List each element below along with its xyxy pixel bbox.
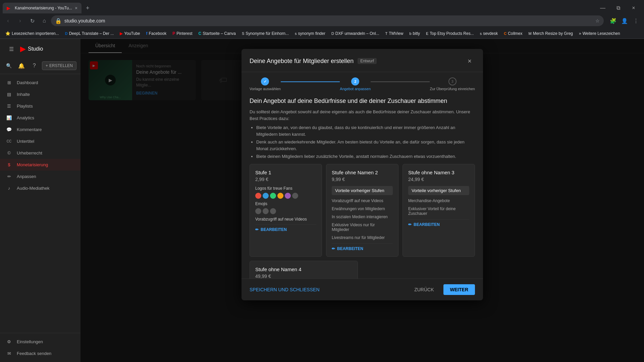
tier-card-3: Stufe ohne Namen 3 24,99 € Vorteile vorh… [402,164,475,257]
sidebar-label-monetarisierung: Monetarisierung [17,162,48,167]
yt-studio-logo[interactable]: ▶ Studio [20,45,43,53]
sidebar-label-anpassen: Anpassen [17,174,36,179]
address-input[interactable] [64,18,593,23]
bookmark-canva[interactable]: C Startseite – Canva [196,31,238,37]
settings-menu-button[interactable]: ⋮ [631,15,641,26]
bullet-2: Denk auch an wiederkehrende Mitglieder. … [256,139,475,152]
tier-2-edit-button[interactable]: ✏ BEARBEITEN [332,243,393,251]
sidebar-item-inhalte[interactable]: ▤ Inhalte [0,88,80,100]
sidebar-item-anpassen[interactable]: ✏ Anpassen [0,171,80,182]
footer-right-buttons: ZURÜCK WEITER [409,284,475,295]
tab-close-button[interactable]: × [75,5,77,11]
kommentare-icon: 💬 [5,127,13,132]
settings-icon: ⚙ [5,339,13,344]
create-icon: + [46,63,48,68]
bookmark-collmex[interactable]: C Collmex [501,31,525,37]
sidebar-item-analytics[interactable]: 📊 Analytics [0,112,80,124]
tier-3-edit-label: BEARBEITEN [414,222,440,227]
new-tab-button[interactable]: + [83,3,92,13]
bookmark-youtube[interactable]: ▶ YouTube [117,31,143,37]
sidebar-item-urheberrecht[interactable]: © Urheberrecht [0,147,80,159]
edit-icon-1: ✏ [255,227,259,232]
address-bar[interactable]: 🔒 ☆ [51,15,604,26]
help-button[interactable]: ? [29,60,39,71]
step-3-dot: 3 [448,77,457,85]
search-button[interactable]: 🔍 [4,60,14,71]
forward-button[interactable]: › [15,15,25,26]
profile-icon[interactable]: 👤 [619,15,630,26]
sidebar-label-feedback: Feedback senden [17,351,51,356]
bookmark-synonym-finder[interactable]: s synonym finder [292,31,328,37]
bookmark-deepl[interactable]: D DeepL Translate – Der ... [62,31,117,37]
bookmark-bitly[interactable]: b bitly [407,31,422,37]
tier-1-edit-button[interactable]: ✏ BEARBEITEN [255,224,316,232]
bookmark-dxf[interactable]: D DXF umwandeln – Onl... [329,31,382,37]
create-button[interactable]: + ERSTELLEN [42,61,76,70]
emoji-icon-2 [263,208,269,214]
step-2-label: Angebot anpassen [340,87,371,91]
bookmark-star-icon[interactable]: ☆ [595,18,600,23]
home-button[interactable]: ⌂ [39,15,50,26]
sidebar-item-kommentare[interactable]: 💬 Kommentare [0,124,80,135]
tier-icon-6 [292,193,298,199]
bookmark-facebook[interactable]: f Facebook [143,31,169,37]
edit-icon-3: ✏ [408,222,412,227]
tier-1-benefit-logos: Logos für treue Fans [255,186,316,191]
close-window-button[interactable]: × [626,3,641,13]
back-button-dialog[interactable]: ZURÜCK [409,284,439,295]
sidebar-item-playlists[interactable]: ☰ Playlists [0,100,80,112]
sidebar-divider-bottom [0,333,80,333]
extensions-icon[interactable]: 🧩 [608,15,619,26]
bookmark-synonyme[interactable]: S Synonyme für Einhorn... [239,31,291,37]
next-button-dialog[interactable]: WEITER [443,284,475,295]
playlists-icon: ☰ [5,104,13,109]
create-label: ERSTELLEN [49,63,73,68]
tier-1-name: Stufe 1 [255,170,316,175]
sidebar-item-dashboard[interactable]: ⊞ Dashboard [0,77,80,88]
inhalte-icon: ▤ [5,92,13,97]
tier-3-edit-button[interactable]: ✏ BEARBEITEN [408,219,469,227]
tier-1-price: 2,99 € [255,177,316,182]
address-bar-icons: ☆ [595,18,600,23]
dialog-close-button[interactable]: × [464,56,475,66]
bookmark-etsy[interactable]: E Top Etsy Products Res... [423,31,477,37]
monetarisierung-icon: $ [5,162,13,167]
sidebar-item-feedback[interactable]: ✉ Feedback senden [0,348,80,359]
back-button[interactable]: ‹ [3,15,13,26]
save-close-button[interactable]: SPEICHERN UND SCHLIESSEN [250,287,320,292]
bookmark-sevdesk[interactable]: s sevdesk [477,31,501,37]
draft-badge: Entwurf [358,58,377,64]
maximize-button[interactable]: ⧉ [610,3,626,13]
bookmark-more[interactable]: » Weitere Lesezeichen [576,31,623,37]
hamburger-menu-button[interactable]: ☰ [5,43,17,55]
sidebar-item-untertitel[interactable]: CC Untertitel [0,135,80,147]
tier-card-4: Stufe ohne Namen 4 49,99 € Vorteile vorh… [250,261,358,279]
sidebar-item-audiomediathek[interactable]: ♪ Audio-Mediathek [0,182,80,194]
stepper: ✓ Vorlage auswählen 2 Angebot anpassen [241,72,483,91]
bookmark-lesezeichen[interactable]: ⭐ Lesezeichen importieren... [3,31,62,37]
sidebar-label-playlists: Playlists [17,104,33,109]
sidebar-label-urheberrecht: Urheberrecht [17,150,42,156]
analytics-icon: 📊 [5,115,13,120]
tier-1-benefit-emojis: Emojis [255,201,316,206]
tier-icon-2 [263,193,269,199]
tier-grid-row-2: Stufe ohne Namen 4 49,99 € Vorteile vorh… [250,261,475,279]
step-1: ✓ Vorlage auswählen [250,77,281,91]
pinterest-favicon: P [172,31,175,36]
bookmark-tmview[interactable]: T TMView [383,31,406,37]
sidebar-item-monetarisierung[interactable]: $ Monetarisierung [0,159,80,171]
lock-icon: 🔒 [55,18,62,24]
dialog-title: Deine Angebote für Mitglieder erstellen [250,58,354,65]
tier-2-name: Stufe ohne Namen 2 [332,170,393,175]
bookmark-merch-resize[interactable]: M Merch Resize by Greg [526,31,576,37]
tab-bar: ▶ Kanalmonetarisierung - YouTu... × + — … [0,0,644,13]
tier-4-name: Stufe ohne Namen 4 [255,266,352,272]
page-inner: Übersicht Anzeigen ▶ ▶ [80,39,644,362]
sidebar-label-kommentare: Kommentare [17,127,42,132]
minimize-button[interactable]: — [595,3,610,13]
sidebar-item-einstellungen[interactable]: ⚙ Einstellungen [0,336,80,348]
active-tab[interactable]: ▶ Kanalmonetarisierung - YouTu... × [3,3,82,13]
reload-button[interactable]: ↻ [27,15,38,26]
notifications-button[interactable]: 🔔 [17,60,27,71]
bookmark-pinterest[interactable]: P Pinterest [170,31,195,37]
